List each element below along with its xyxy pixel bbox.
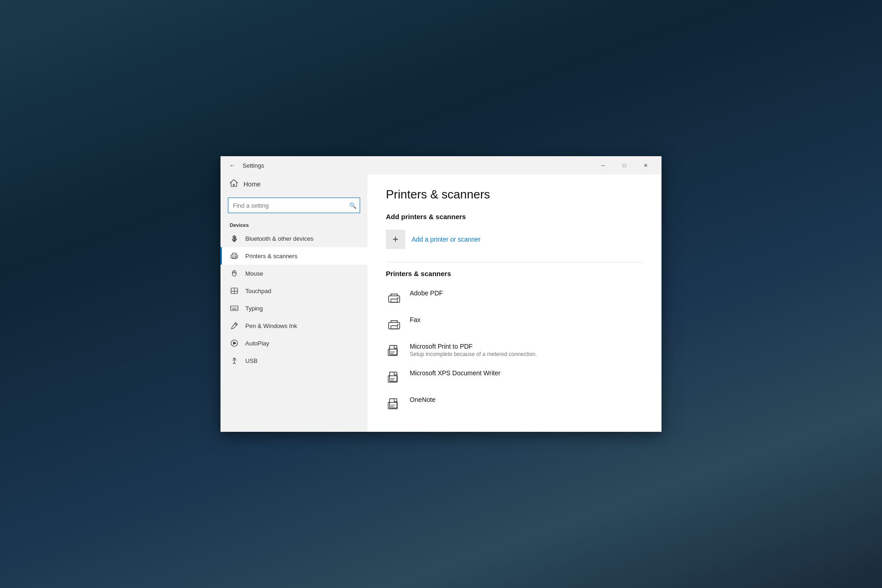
mouse-label: Mouse [245,270,263,277]
printer-info-adobe: Adobe PDF [410,289,443,297]
pen-icon [230,321,239,330]
mouse-icon [230,269,239,278]
svg-rect-22 [391,326,397,329]
printer-item-adobe[interactable]: Adobe PDF [386,285,643,311]
page-title: Printers & scanners [386,187,643,202]
search-box: 🔍 [228,198,360,213]
svg-point-4 [236,256,237,257]
minimize-button[interactable]: ─ [593,158,614,173]
usb-icon [230,356,239,365]
printer-status-ms-pdf: Setup incomplete because of a metered co… [410,351,537,357]
usb-label: USB [245,357,258,364]
sidebar-item-usb[interactable]: USB [220,352,368,369]
printer-icon-xps [386,370,402,387]
add-icon-box: + [386,230,405,249]
pen-label: Pen & Windows Ink [245,322,297,329]
search-input[interactable] [228,198,360,213]
plus-icon: + [393,233,399,245]
touchpad-label: Touchpad [245,288,271,294]
sidebar-item-mouse[interactable]: Mouse [220,265,368,282]
sidebar-item-printers[interactable]: Printers & scanners [220,247,368,265]
add-section-title: Add printers & scanners [386,213,643,220]
printer-icon-ms-pdf [386,344,402,360]
sidebar-item-home[interactable]: Home [220,175,368,194]
sidebar-item-touchpad[interactable]: Touchpad [220,282,368,300]
sidebar-item-pen[interactable]: Pen & Windows Ink [220,317,368,334]
sidebar-item-autoplay[interactable]: AutoPlay [220,334,368,352]
content-area: Home 🔍 Devices Bluetooth & other devic [220,175,662,432]
printer-name-adobe: Adobe PDF [410,289,443,297]
printer-list: Adobe PDF Fax [386,285,643,418]
printer-icon-fax [386,317,402,334]
svg-marker-14 [233,342,236,345]
touchpad-icon [230,286,239,295]
printer-icon-adobe [386,290,402,307]
sidebar-item-bluetooth[interactable]: Bluetooth & other devices [220,230,368,247]
typing-label: Typing [245,305,263,312]
printer-icon-onenote [386,397,402,413]
autoplay-label: AutoPlay [245,340,269,347]
printer-item-ms-pdf[interactable]: Microsoft Print to PDF Setup incomplete … [386,338,643,365]
svg-rect-19 [391,299,397,302]
back-button[interactable]: ← [226,159,239,172]
printers-label: Printers & scanners [245,253,297,260]
divider [386,262,643,262]
home-icon [230,179,238,189]
autoplay-icon [230,339,239,348]
add-printer-label: Add a printer or scanner [412,236,481,243]
printer-name-ms-pdf: Microsoft Print to PDF [410,343,537,350]
maximize-button[interactable]: □ [614,158,635,173]
home-label: Home [243,181,260,188]
main-content: Printers & scanners Add printers & scann… [368,175,662,432]
printer-nav-icon [230,251,239,260]
printer-item-xps[interactable]: Microsoft XPS Document Writer [386,365,643,391]
add-printer-button[interactable]: + Add a printer or scanner [386,228,643,251]
printer-info-onenote: OneNote [410,396,435,403]
window-title: Settings [243,162,593,169]
printer-item-fax[interactable]: Fax [386,311,643,338]
window-controls: ─ □ ✕ [593,158,656,173]
typing-icon [230,304,239,313]
close-button[interactable]: ✕ [635,158,656,173]
settings-window: ← Settings ─ □ ✕ Home 🔍 Devices [220,156,662,432]
printer-info-fax: Fax [410,316,420,323]
printer-name-xps: Microsoft XPS Document Writer [410,369,500,377]
sidebar-item-typing[interactable]: Typing [220,300,368,317]
printer-name-onenote: OneNote [410,396,435,403]
svg-rect-7 [231,306,238,311]
title-bar: ← Settings ─ □ ✕ [220,156,662,175]
bluetooth-icon [230,234,239,243]
svg-point-23 [397,324,399,326]
bluetooth-label: Bluetooth & other devices [245,235,313,242]
printer-item-onenote[interactable]: OneNote [386,391,643,418]
svg-point-20 [397,298,399,299]
sidebar: Home 🔍 Devices Bluetooth & other devic [220,175,368,432]
printer-info-xps: Microsoft XPS Document Writer [410,369,500,377]
printer-info-ms-pdf: Microsoft Print to PDF Setup incomplete … [410,343,537,357]
printer-name-fax: Fax [410,316,420,323]
printers-section-title: Printers & scanners [386,270,643,277]
devices-section-label: Devices [220,217,368,230]
